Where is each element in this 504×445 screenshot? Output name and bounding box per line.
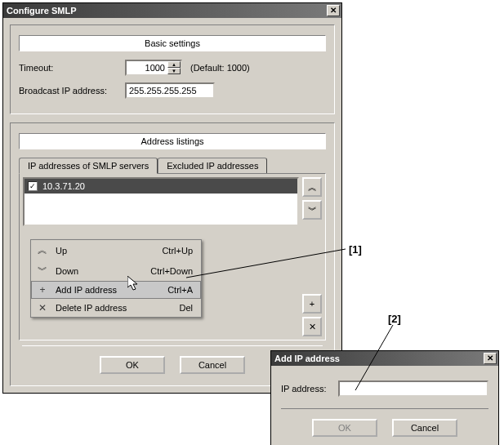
plus-icon: + (36, 284, 49, 296)
menu-shortcut: Ctrl+Up (162, 246, 193, 256)
checkbox-icon[interactable]: ✓ (28, 181, 38, 191)
ip-listbox[interactable]: ✓ 10.3.71.20 (23, 177, 299, 226)
timeout-label: Timeout: (19, 63, 125, 73)
timeout-spinner[interactable]: ▲ ▼ (125, 60, 182, 76)
broadcast-input[interactable] (125, 82, 215, 99)
address-listings-header: Address listings (19, 133, 326, 149)
menu-label: Add IP address (56, 285, 161, 295)
callout-1: [1] (349, 243, 362, 256)
menu-shortcut: Ctrl+Down (150, 266, 193, 276)
ok-button[interactable]: OK (312, 419, 377, 437)
callout-2: [2] (388, 313, 401, 325)
broadcast-label: Broadcast IP address: (19, 86, 125, 96)
close-icon[interactable]: ✕ (327, 5, 340, 16)
titlebar[interactable]: Add IP address ✕ (271, 351, 498, 366)
double-down-icon: ︾ (308, 204, 317, 216)
menu-item-delete[interactable]: ✕ Delete IP address Del (31, 299, 201, 317)
menu-label: Down (56, 266, 144, 276)
add-button[interactable]: + (302, 294, 322, 314)
close-icon[interactable]: ✕ (484, 353, 497, 364)
timeout-input[interactable] (127, 61, 167, 74)
titlebar[interactable]: Configure SMLP ✕ (3, 3, 341, 18)
move-down-button[interactable]: ︾ (302, 200, 322, 220)
x-icon: ✕ (36, 302, 49, 314)
window-title: Add IP address (274, 354, 340, 363)
x-icon: ✕ (309, 322, 316, 332)
basic-settings-header: Basic settings (19, 35, 326, 51)
menu-shortcut: Ctrl+A (167, 285, 193, 295)
cancel-button[interactable]: Cancel (392, 419, 457, 437)
context-menu: ︽ Up Ctrl+Up ︾ Down Ctrl+Down + Add IP a… (30, 239, 202, 318)
menu-item-add[interactable]: + Add IP address Ctrl+A (31, 281, 201, 299)
double-up-icon: ︽ (308, 181, 317, 194)
window-title: Configure SMLP (7, 6, 77, 16)
menu-label: Delete IP address (56, 303, 172, 313)
delete-button[interactable]: ✕ (302, 317, 322, 336)
timeout-default: (Default: 1000) (190, 63, 250, 73)
ip-address-label: IP address: (281, 384, 338, 394)
tab-panel: ✓ 10.3.71.20 ︽ ︾ ︽ Up Ctrl+Up (19, 173, 326, 340)
menu-item-up[interactable]: ︽ Up Ctrl+Up (31, 240, 201, 260)
cancel-button[interactable]: Cancel (180, 356, 245, 374)
tab-excluded[interactable]: Excluded IP addresses (158, 158, 267, 173)
move-up-button[interactable]: ︽ (302, 177, 322, 197)
menu-item-down[interactable]: ︾ Down Ctrl+Down (31, 260, 201, 281)
list-item[interactable]: ✓ 10.3.71.20 (25, 179, 297, 194)
list-item-label: 10.3.71.20 (42, 181, 85, 191)
add-ip-dialog: Add IP address ✕ IP address: OK Cancel (270, 350, 499, 445)
double-down-icon: ︾ (36, 264, 49, 278)
double-up-icon: ︽ (36, 243, 49, 257)
plus-icon: + (310, 299, 314, 309)
ip-address-input[interactable] (338, 380, 488, 397)
menu-shortcut: Del (179, 303, 193, 313)
ok-button[interactable]: OK (100, 356, 165, 374)
menu-label: Up (56, 246, 155, 256)
tab-smlp-servers[interactable]: IP addresses of SMLP servers (19, 158, 158, 174)
spin-up-icon[interactable]: ▲ (167, 61, 181, 68)
configure-smlp-window: Configure SMLP ✕ Basic settings Timeout:… (2, 2, 342, 394)
spin-down-icon[interactable]: ▼ (167, 68, 181, 74)
